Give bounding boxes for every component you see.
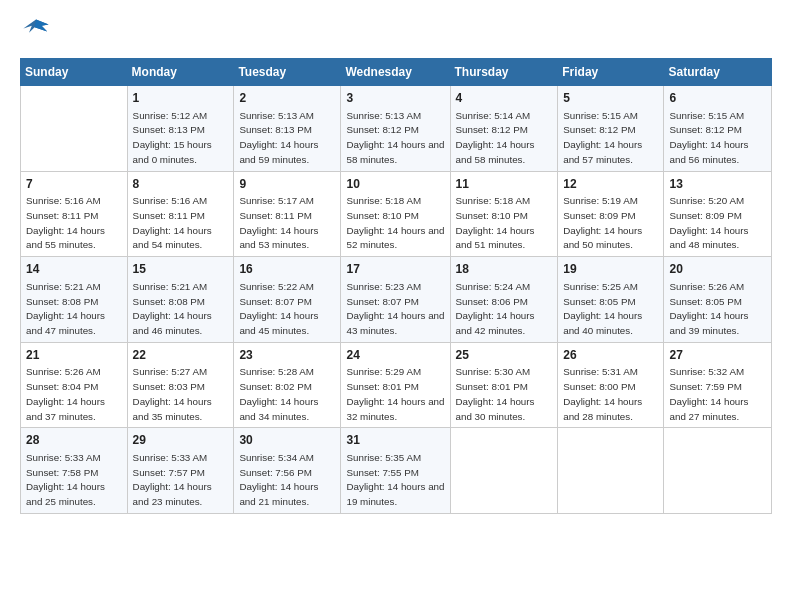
calendar-cell: 1 Sunrise: 5:12 AM Sunset: 8:13 PM Dayli… — [127, 86, 234, 172]
calendar-cell: 18 Sunrise: 5:24 AM Sunset: 8:06 PM Dayl… — [450, 257, 558, 343]
logo — [20, 16, 50, 48]
calendar-cell: 16 Sunrise: 5:22 AM Sunset: 8:07 PM Dayl… — [234, 257, 341, 343]
calendar-week-row: 1 Sunrise: 5:12 AM Sunset: 8:13 PM Dayli… — [21, 86, 772, 172]
calendar-header-monday: Monday — [127, 59, 234, 86]
day-number: 10 — [346, 176, 444, 193]
day-info: Sunrise: 5:27 AM Sunset: 8:03 PM Dayligh… — [133, 366, 212, 421]
calendar-table: SundayMondayTuesdayWednesdayThursdayFrid… — [20, 58, 772, 514]
calendar-cell — [558, 428, 664, 514]
calendar-cell: 12 Sunrise: 5:19 AM Sunset: 8:09 PM Dayl… — [558, 171, 664, 257]
day-number: 26 — [563, 347, 658, 364]
calendar-header-row: SundayMondayTuesdayWednesdayThursdayFrid… — [21, 59, 772, 86]
day-info: Sunrise: 5:25 AM Sunset: 8:05 PM Dayligh… — [563, 281, 642, 336]
calendar-cell: 24 Sunrise: 5:29 AM Sunset: 8:01 PM Dayl… — [341, 342, 450, 428]
page: SundayMondayTuesdayWednesdayThursdayFrid… — [0, 0, 792, 524]
day-number: 11 — [456, 176, 553, 193]
day-info: Sunrise: 5:18 AM Sunset: 8:10 PM Dayligh… — [346, 195, 444, 250]
day-number: 27 — [669, 347, 766, 364]
calendar-cell: 15 Sunrise: 5:21 AM Sunset: 8:08 PM Dayl… — [127, 257, 234, 343]
day-number: 28 — [26, 432, 122, 449]
day-info: Sunrise: 5:30 AM Sunset: 8:01 PM Dayligh… — [456, 366, 535, 421]
calendar-week-row: 28 Sunrise: 5:33 AM Sunset: 7:58 PM Dayl… — [21, 428, 772, 514]
day-number: 15 — [133, 261, 229, 278]
day-info: Sunrise: 5:19 AM Sunset: 8:09 PM Dayligh… — [563, 195, 642, 250]
day-info: Sunrise: 5:22 AM Sunset: 8:07 PM Dayligh… — [239, 281, 318, 336]
calendar-cell: 21 Sunrise: 5:26 AM Sunset: 8:04 PM Dayl… — [21, 342, 128, 428]
calendar-cell: 5 Sunrise: 5:15 AM Sunset: 8:12 PM Dayli… — [558, 86, 664, 172]
calendar-cell: 25 Sunrise: 5:30 AM Sunset: 8:01 PM Dayl… — [450, 342, 558, 428]
calendar-cell: 8 Sunrise: 5:16 AM Sunset: 8:11 PM Dayli… — [127, 171, 234, 257]
svg-marker-1 — [35, 20, 49, 32]
day-info: Sunrise: 5:33 AM Sunset: 7:57 PM Dayligh… — [133, 452, 212, 507]
calendar-cell: 3 Sunrise: 5:13 AM Sunset: 8:12 PM Dayli… — [341, 86, 450, 172]
day-number: 29 — [133, 432, 229, 449]
day-number: 3 — [346, 90, 444, 107]
calendar-cell: 31 Sunrise: 5:35 AM Sunset: 7:55 PM Dayl… — [341, 428, 450, 514]
day-number: 31 — [346, 432, 444, 449]
calendar-cell: 29 Sunrise: 5:33 AM Sunset: 7:57 PM Dayl… — [127, 428, 234, 514]
calendar-cell: 28 Sunrise: 5:33 AM Sunset: 7:58 PM Dayl… — [21, 428, 128, 514]
day-info: Sunrise: 5:18 AM Sunset: 8:10 PM Dayligh… — [456, 195, 535, 250]
day-info: Sunrise: 5:14 AM Sunset: 8:12 PM Dayligh… — [456, 110, 535, 165]
day-number: 16 — [239, 261, 335, 278]
day-number: 17 — [346, 261, 444, 278]
calendar-cell: 9 Sunrise: 5:17 AM Sunset: 8:11 PM Dayli… — [234, 171, 341, 257]
day-number: 18 — [456, 261, 553, 278]
calendar-cell: 10 Sunrise: 5:18 AM Sunset: 8:10 PM Dayl… — [341, 171, 450, 257]
day-number: 8 — [133, 176, 229, 193]
day-number: 4 — [456, 90, 553, 107]
day-info: Sunrise: 5:13 AM Sunset: 8:12 PM Dayligh… — [346, 110, 444, 165]
calendar-header-wednesday: Wednesday — [341, 59, 450, 86]
day-info: Sunrise: 5:29 AM Sunset: 8:01 PM Dayligh… — [346, 366, 444, 421]
day-number: 14 — [26, 261, 122, 278]
calendar-week-row: 14 Sunrise: 5:21 AM Sunset: 8:08 PM Dayl… — [21, 257, 772, 343]
calendar-cell: 26 Sunrise: 5:31 AM Sunset: 8:00 PM Dayl… — [558, 342, 664, 428]
calendar-cell — [450, 428, 558, 514]
day-number: 24 — [346, 347, 444, 364]
day-number: 7 — [26, 176, 122, 193]
calendar-header-saturday: Saturday — [664, 59, 772, 86]
day-number: 1 — [133, 90, 229, 107]
day-info: Sunrise: 5:34 AM Sunset: 7:56 PM Dayligh… — [239, 452, 318, 507]
day-info: Sunrise: 5:24 AM Sunset: 8:06 PM Dayligh… — [456, 281, 535, 336]
calendar-cell — [21, 86, 128, 172]
calendar-cell: 4 Sunrise: 5:14 AM Sunset: 8:12 PM Dayli… — [450, 86, 558, 172]
day-number: 13 — [669, 176, 766, 193]
calendar-cell: 17 Sunrise: 5:23 AM Sunset: 8:07 PM Dayl… — [341, 257, 450, 343]
calendar-cell: 27 Sunrise: 5:32 AM Sunset: 7:59 PM Dayl… — [664, 342, 772, 428]
calendar-cell: 19 Sunrise: 5:25 AM Sunset: 8:05 PM Dayl… — [558, 257, 664, 343]
day-number: 5 — [563, 90, 658, 107]
calendar-cell — [664, 428, 772, 514]
day-info: Sunrise: 5:21 AM Sunset: 8:08 PM Dayligh… — [26, 281, 105, 336]
day-number: 19 — [563, 261, 658, 278]
day-number: 2 — [239, 90, 335, 107]
calendar-cell: 23 Sunrise: 5:28 AM Sunset: 8:02 PM Dayl… — [234, 342, 341, 428]
calendar-cell: 22 Sunrise: 5:27 AM Sunset: 8:03 PM Dayl… — [127, 342, 234, 428]
day-info: Sunrise: 5:12 AM Sunset: 8:13 PM Dayligh… — [133, 110, 212, 165]
day-number: 6 — [669, 90, 766, 107]
calendar-cell: 14 Sunrise: 5:21 AM Sunset: 8:08 PM Dayl… — [21, 257, 128, 343]
calendar-header-thursday: Thursday — [450, 59, 558, 86]
day-info: Sunrise: 5:20 AM Sunset: 8:09 PM Dayligh… — [669, 195, 748, 250]
calendar-header-tuesday: Tuesday — [234, 59, 341, 86]
calendar-cell: 6 Sunrise: 5:15 AM Sunset: 8:12 PM Dayli… — [664, 86, 772, 172]
day-info: Sunrise: 5:32 AM Sunset: 7:59 PM Dayligh… — [669, 366, 748, 421]
day-info: Sunrise: 5:21 AM Sunset: 8:08 PM Dayligh… — [133, 281, 212, 336]
day-info: Sunrise: 5:26 AM Sunset: 8:05 PM Dayligh… — [669, 281, 748, 336]
day-info: Sunrise: 5:26 AM Sunset: 8:04 PM Dayligh… — [26, 366, 105, 421]
day-info: Sunrise: 5:16 AM Sunset: 8:11 PM Dayligh… — [26, 195, 105, 250]
day-info: Sunrise: 5:15 AM Sunset: 8:12 PM Dayligh… — [669, 110, 748, 165]
day-info: Sunrise: 5:13 AM Sunset: 8:13 PM Dayligh… — [239, 110, 318, 165]
day-info: Sunrise: 5:17 AM Sunset: 8:11 PM Dayligh… — [239, 195, 318, 250]
calendar-cell: 20 Sunrise: 5:26 AM Sunset: 8:05 PM Dayl… — [664, 257, 772, 343]
day-number: 20 — [669, 261, 766, 278]
calendar-week-row: 7 Sunrise: 5:16 AM Sunset: 8:11 PM Dayli… — [21, 171, 772, 257]
calendar-header-sunday: Sunday — [21, 59, 128, 86]
calendar-week-row: 21 Sunrise: 5:26 AM Sunset: 8:04 PM Dayl… — [21, 342, 772, 428]
day-number: 22 — [133, 347, 229, 364]
day-info: Sunrise: 5:23 AM Sunset: 8:07 PM Dayligh… — [346, 281, 444, 336]
day-number: 9 — [239, 176, 335, 193]
day-info: Sunrise: 5:15 AM Sunset: 8:12 PM Dayligh… — [563, 110, 642, 165]
day-info: Sunrise: 5:33 AM Sunset: 7:58 PM Dayligh… — [26, 452, 105, 507]
calendar-cell: 2 Sunrise: 5:13 AM Sunset: 8:13 PM Dayli… — [234, 86, 341, 172]
